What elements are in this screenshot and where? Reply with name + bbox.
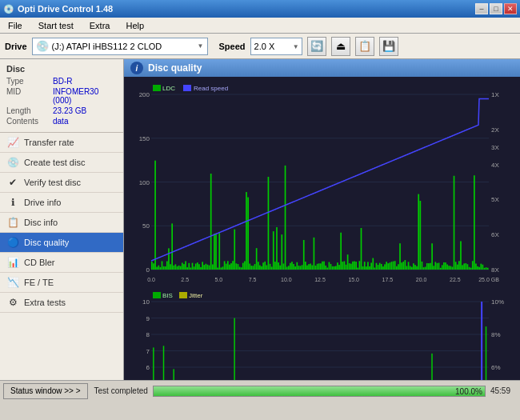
sidebar-item-cd-bler[interactable]: 📊 CD Bler bbox=[0, 253, 123, 273]
transfer-rate-icon: 📈 bbox=[6, 136, 19, 149]
maximize-button[interactable]: □ bbox=[490, 3, 502, 14]
drive-label: Drive bbox=[5, 42, 27, 51]
speed-value: 2.0 X bbox=[254, 42, 275, 51]
eject-icon: ⏏ bbox=[336, 40, 346, 52]
sidebar-verify-test-disc-label: Verify test disc bbox=[24, 178, 81, 187]
sidebar-fe-te-label: FE / TE bbox=[24, 278, 54, 287]
extra-tests-icon: ⚙ bbox=[6, 296, 19, 309]
menu-start-test[interactable]: Start test bbox=[34, 20, 78, 31]
app-title: Opti Drive Control 1.48 bbox=[18, 4, 113, 14]
app-icon: 💿 bbox=[3, 4, 14, 14]
speed-label: Speed bbox=[219, 42, 246, 51]
sidebar-item-create-test-disc[interactable]: 💿 Create test disc bbox=[0, 153, 123, 173]
disc-type-row: Type BD-R bbox=[6, 77, 117, 86]
menu-extra[interactable]: Extra bbox=[85, 20, 115, 31]
charts-container bbox=[124, 77, 520, 380]
sidebar-item-verify-test-disc[interactable]: ✔ Verify test disc bbox=[0, 173, 123, 193]
sidebar: Disc Type BD-R MID INFOMER30 (000) Lengt… bbox=[0, 59, 124, 380]
sidebar-item-extra-tests[interactable]: ⚙ Extra tests bbox=[0, 293, 123, 313]
fe-te-icon: 📉 bbox=[6, 276, 19, 289]
close-button[interactable]: ✕ bbox=[504, 3, 517, 14]
create-test-disc-icon: 💿 bbox=[6, 156, 19, 169]
disc-info-icon: 📋 bbox=[6, 216, 19, 229]
speed-select[interactable]: 2.0 X ▼ bbox=[250, 38, 302, 55]
sidebar-create-test-disc-label: Create test disc bbox=[24, 158, 85, 167]
toolbar: Drive 💿 (J:) ATAPI iHBS112 2 CLOD ▼ Spee… bbox=[0, 34, 520, 59]
drive-select[interactable]: 💿 (J:) ATAPI iHBS112 2 CLOD ▼ bbox=[32, 38, 208, 55]
progress-bar: 100.0% bbox=[153, 386, 486, 397]
sidebar-item-fe-te[interactable]: 📉 FE / TE bbox=[0, 273, 123, 293]
progress-text: Test completed bbox=[94, 386, 148, 395]
cd-bler-icon: 📊 bbox=[6, 256, 19, 269]
disc-mid-key: MID bbox=[6, 87, 53, 105]
progress-bar-fill bbox=[154, 386, 485, 396]
refresh-button[interactable]: 🔄 bbox=[307, 37, 326, 56]
sidebar-item-drive-info[interactable]: ℹ Drive info bbox=[0, 193, 123, 213]
save-icon: 💾 bbox=[382, 40, 395, 52]
progress-area: Test completed 100.0% 45:59 bbox=[88, 386, 520, 397]
chart-header: i Disc quality bbox=[124, 59, 520, 77]
chart-title: Disc quality bbox=[148, 62, 202, 74]
sidebar-transfer-rate-label: Transfer rate bbox=[24, 138, 74, 147]
disc-type-key: Type bbox=[6, 77, 53, 86]
menu-file[interactable]: File bbox=[3, 20, 27, 31]
bis-chart bbox=[127, 287, 517, 380]
progress-percent: 100.0% bbox=[455, 387, 482, 396]
chart-header-icon: i bbox=[130, 62, 143, 74]
title-bar: 💿 Opti Drive Control 1.48 – □ ✕ bbox=[0, 0, 520, 18]
sidebar-item-transfer-rate[interactable]: 📈 Transfer rate bbox=[0, 133, 123, 153]
disc-length-row: Length 23.23 GB bbox=[6, 106, 117, 115]
status-bar: Status window >> > Test completed 100.0%… bbox=[0, 380, 520, 401]
sidebar-drive-info-label: Drive info bbox=[24, 198, 61, 207]
status-window-button[interactable]: Status window >> > bbox=[3, 383, 88, 399]
sidebar-disc-quality-label: Disc quality bbox=[24, 238, 69, 247]
sidebar-disc-info-label: Disc info bbox=[24, 218, 58, 227]
chart-area: i Disc quality LDC BIS Avg 1.53 0.03 bbox=[124, 59, 520, 380]
disc-mid-val: INFOMER30 (000) bbox=[53, 87, 117, 105]
drive-info-icon: ℹ bbox=[6, 196, 19, 209]
ldc-chart bbox=[127, 80, 517, 284]
sidebar-cd-bler-label: CD Bler bbox=[24, 258, 55, 267]
speed-dropdown-arrow: ▼ bbox=[293, 42, 299, 50]
disc-mid-row: MID INFOMER30 (000) bbox=[6, 87, 117, 105]
disc-type-val: BD-R bbox=[53, 77, 72, 86]
sidebar-item-disc-info[interactable]: 📋 Disc info bbox=[0, 213, 123, 233]
sidebar-extra-tests-label: Extra tests bbox=[24, 298, 66, 307]
disc-section-title: Disc bbox=[6, 64, 117, 74]
time-display: 45:59 bbox=[490, 386, 510, 395]
disc-length-key: Length bbox=[6, 106, 53, 115]
minimize-button[interactable]: – bbox=[475, 3, 488, 14]
disc-contents-val: data bbox=[53, 117, 68, 126]
title-bar-controls: – □ ✕ bbox=[475, 3, 517, 14]
copy-icon: 📋 bbox=[358, 40, 371, 52]
title-bar-left: 💿 Opti Drive Control 1.48 bbox=[3, 4, 113, 14]
copy-button[interactable]: 📋 bbox=[355, 37, 374, 56]
menu-help[interactable]: Help bbox=[121, 20, 149, 31]
menu-bar: File Start test Extra Help bbox=[0, 18, 520, 34]
sidebar-item-disc-quality[interactable]: 🔵 Disc quality bbox=[0, 233, 123, 253]
drive-dropdown-arrow: ▼ bbox=[198, 42, 204, 50]
verify-test-disc-icon: ✔ bbox=[6, 176, 19, 189]
disc-length-val: 23.23 GB bbox=[53, 106, 86, 115]
drive-value: (J:) ATAPI iHBS112 2 CLOD bbox=[52, 42, 162, 51]
disc-info-panel: Disc Type BD-R MID INFOMER30 (000) Lengt… bbox=[0, 59, 123, 133]
main-content: Disc Type BD-R MID INFOMER30 (000) Lengt… bbox=[0, 59, 520, 380]
refresh-icon: 🔄 bbox=[310, 40, 323, 52]
drive-icon: 💿 bbox=[36, 40, 49, 52]
disc-contents-row: Contents data bbox=[6, 117, 117, 126]
eject-button[interactable]: ⏏ bbox=[331, 37, 350, 56]
disc-contents-key: Contents bbox=[6, 117, 53, 126]
disc-quality-icon: 🔵 bbox=[6, 236, 19, 249]
save-button[interactable]: 💾 bbox=[379, 37, 398, 56]
